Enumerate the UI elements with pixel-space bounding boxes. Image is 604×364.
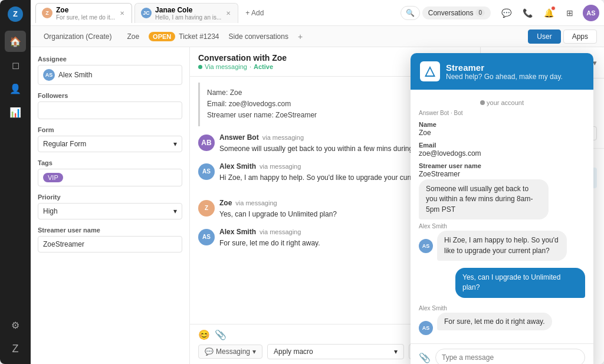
priority-select[interactable]: High ▾ <box>38 203 182 219</box>
user-btn[interactable]: User <box>528 29 560 44</box>
grid-icon[interactable]: ⊞ <box>562 5 578 21</box>
assignee-avatar: AS <box>43 69 55 81</box>
top-bar-icons: 💬 📞 🔔 ⊞ AS <box>498 5 599 21</box>
agent2-label: Alex Smith <box>419 305 585 311</box>
streamer-footer: 📎 <box>411 343 593 364</box>
name-field-label: Name <box>419 121 585 128</box>
form-label: Form <box>38 126 182 133</box>
streamer-logo <box>420 61 440 81</box>
tab-zoe-close[interactable]: ✕ <box>119 9 126 18</box>
nav-help-icon[interactable]: Z <box>5 338 26 359</box>
alex1-via: via messaging <box>260 163 301 170</box>
bot-label: Answer Bot · Bot <box>419 110 585 116</box>
chat-icon[interactable]: 💬 <box>498 5 514 21</box>
chevron-down-icon: ▾ <box>394 347 398 356</box>
alex2-avatar: AS <box>198 229 215 245</box>
add-side-conv-icon[interactable]: + <box>298 32 303 41</box>
nav-settings-icon[interactable]: ⚙ <box>5 314 26 336</box>
nav-reports-icon[interactable]: 📊 <box>5 101 26 123</box>
name-field-value: Zoe <box>419 129 585 137</box>
bot-avatar: AB <box>198 135 215 151</box>
chevron-down-icon[interactable]: ▾ <box>593 58 597 67</box>
bot-chat-bubble: Someone will usually get back to you wit… <box>419 179 549 219</box>
tab-janae[interactable]: JC Janae Cole Hello, I am having an is..… <box>134 3 238 23</box>
priority-label: Priority <box>38 194 182 201</box>
streamer-header: Streamer Need help? Go ahead, make my da… <box>411 53 593 90</box>
email-field-label: Email <box>419 142 585 149</box>
messaging-icon: 💬 <box>205 347 214 356</box>
alex-chat-avatar: AS <box>419 239 433 253</box>
tags-label: Tags <box>38 159 182 166</box>
zoe-avatar: Z <box>198 200 215 217</box>
side-conv-tab[interactable]: Side conversations <box>223 30 294 43</box>
emoji-icon[interactable]: 😊 <box>198 329 210 340</box>
assignee-field[interactable]: AS Alex Smith <box>38 65 182 85</box>
bot-via: via messaging <box>262 134 304 141</box>
alex2-via: via messaging <box>260 228 301 235</box>
conv-title-group: Conversation with Zoe Via messaging · Ac… <box>198 53 429 70</box>
sub-bar: Organization (Create) Zoe OPEN Ticket #1… <box>31 26 604 47</box>
alex-chat-group: AS Hi Zoe, I am happy to help. So you'd … <box>419 231 585 264</box>
agent-label: Alex Smith <box>419 223 585 229</box>
zoe-sender: Zoe <box>219 199 232 207</box>
zoe-via: via messaging <box>235 199 277 206</box>
tab-zoe[interactable]: Z Zoe For sure, let me do it... ✕ <box>35 3 132 23</box>
email-field-value: zoe@lovedogs.com <box>419 149 585 158</box>
conv-status: Via messaging · Active <box>198 63 429 70</box>
attach-icon[interactable]: 📎 <box>215 329 226 340</box>
search-bar[interactable]: 🔍 <box>401 6 420 20</box>
conv-title: Conversation with Zoe <box>198 53 429 63</box>
followers-field[interactable] <box>38 101 182 119</box>
top-bar: Z Zoe For sure, let me do it... ✕ JC Jan… <box>31 0 604 26</box>
chevron-down-icon: ▾ <box>252 347 256 356</box>
left-nav: Z 🏠 ◻ 👤 📊 ⚙ Z <box>0 0 31 364</box>
conversations-button[interactable]: Conversations 0 <box>422 6 491 19</box>
tab-janae-label: Janae Cole Hello, I am having an is... <box>155 6 221 21</box>
assignee-label: Assignee <box>38 55 182 63</box>
sub-bar-right: User Apps <box>528 29 597 44</box>
bell-icon[interactable]: 🔔 <box>540 5 557 21</box>
status-dot <box>198 65 202 69</box>
macro-button[interactable]: Apply macro ▾ <box>267 344 404 359</box>
user-tab[interactable]: Zoe <box>121 30 145 43</box>
nav-tickets-icon[interactable]: ◻ <box>5 54 26 76</box>
search-icon: 🔍 <box>406 9 415 17</box>
tags-field[interactable]: VIP <box>38 169 182 186</box>
alex2-chat-avatar: AS <box>419 321 433 335</box>
streamer-input[interactable]: ZoeStreamer <box>38 236 182 252</box>
phone-icon[interactable]: 📞 <box>519 5 536 21</box>
alex1-sender: Alex Smith <box>219 162 256 170</box>
left-panel: Assignee AS Alex Smith Followers Form Re… <box>31 47 190 364</box>
streamer-header-text: Streamer Need help? Go ahead, make my da… <box>446 63 563 81</box>
customer-chat-bubble: Yes, can I upgrade to Unlimited plan? <box>455 268 585 298</box>
apps-btn[interactable]: Apps <box>563 29 597 44</box>
user-avatar[interactable]: AS <box>583 5 599 21</box>
attach-icon[interactable]: 📎 <box>419 352 431 363</box>
chevron-down-icon: ▾ <box>173 140 177 148</box>
tab-janae-close[interactable]: ✕ <box>225 9 232 18</box>
alex-chat-content: Hi Zoe, I am happy to help. So you'd lik… <box>437 231 567 264</box>
tab-zoe-label: Zoe For sure, let me do it... <box>56 6 115 21</box>
app-logo: Z <box>6 5 25 24</box>
open-badge: OPEN <box>149 32 175 41</box>
form-select[interactable]: Regular Form ▾ <box>38 136 182 152</box>
org-tab[interactable]: Organization (Create) <box>38 30 117 43</box>
streamer-message-input[interactable] <box>435 349 585 364</box>
typing-indicator: For sure, let me do it right away. <box>437 313 552 330</box>
alex-avatar: AS <box>198 163 215 180</box>
alex2-chat-group: AS For sure, let me do it right away. <box>419 313 585 335</box>
streamer-overlay: Streamer Need help? Go ahead, make my da… <box>411 53 593 364</box>
system-msg: your account <box>419 99 585 106</box>
tab-add-button[interactable]: + Add <box>241 6 268 19</box>
alex-chat-bubble: Hi Zoe, I am happy to help. So you'd lik… <box>437 231 567 261</box>
messaging-button[interactable]: 💬 Messaging ▾ <box>198 345 262 359</box>
nav-users-icon[interactable]: 👤 <box>5 78 26 99</box>
followers-label: Followers <box>38 92 182 99</box>
vip-tag: VIP <box>43 173 63 182</box>
notification-dot <box>551 6 556 11</box>
tab-zoe-avatar: Z <box>42 8 52 18</box>
alex2-chat-content: For sure, let me do it right away. <box>437 313 552 335</box>
alex2-sender: Alex Smith <box>219 228 256 236</box>
bot-sender: Answer Bot <box>219 133 259 142</box>
nav-home-icon[interactable]: 🏠 <box>5 31 26 52</box>
